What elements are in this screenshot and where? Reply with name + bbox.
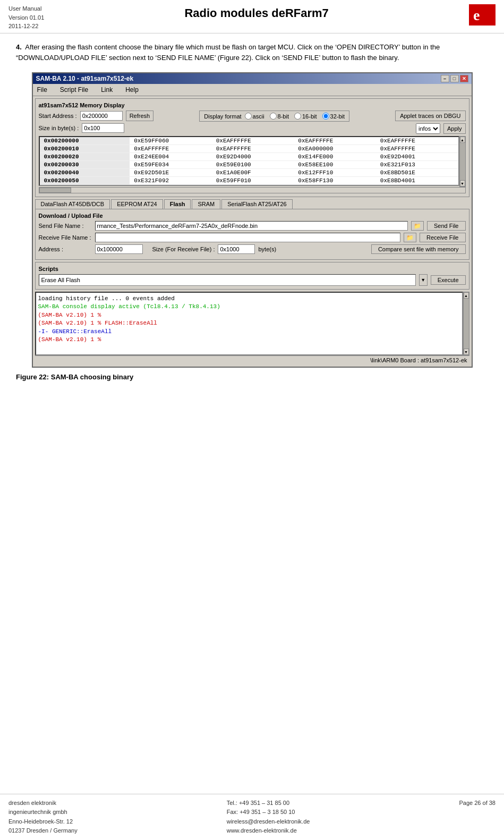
samba-title-bar: SAM-BA 2.10 - at91sam7x512-ek – □ ✕ xyxy=(33,73,472,84)
window-controls[interactable]: – □ ✕ xyxy=(441,75,468,82)
script-input[interactable] xyxy=(39,274,416,286)
mem-col2: 0xE92D4000 xyxy=(212,153,294,161)
tab-dataflash[interactable]: DataFlash AT45DB/DCB xyxy=(35,199,110,209)
tab-serialflash[interactable]: SerialFlash AT25/AT26 xyxy=(221,199,292,209)
vertical-scrollbar[interactable]: ▲ ▼ xyxy=(459,136,466,187)
format-32bit[interactable]: 32-bit xyxy=(322,113,345,120)
memory-controls-top: Start Address : Refresh Size in byte(s) … xyxy=(39,111,466,134)
step-description: After erasing the flash content choose t… xyxy=(16,43,440,62)
memory-display-section: at91sam7x512 Memory Display Start Addres… xyxy=(35,98,469,197)
apply-button[interactable]: Apply xyxy=(443,123,466,134)
meta-line3: 2011-12-22 xyxy=(8,23,38,29)
console-line: -I- GENERIC::EraseAll xyxy=(38,328,460,336)
mem-col4: 0xE92D4001 xyxy=(376,153,458,161)
mem-addr: 0x00200040 xyxy=(40,169,130,177)
format-16bit[interactable]: 16-bit xyxy=(294,113,317,120)
table-row: 0x00200040 0xE92D501E 0xE1A0E00F 0xE12FF… xyxy=(40,169,458,177)
console-line: (SAM-BA v2.10) 1 % xyxy=(38,311,460,319)
mem-col4: 0xE8BD501E xyxy=(376,169,458,177)
maximize-button[interactable]: □ xyxy=(450,75,459,82)
tabs-row: DataFlash AT45DB/DCB EEPROM AT24 Flash S… xyxy=(35,199,469,209)
console-scroll-up[interactable]: ▲ xyxy=(464,292,469,299)
close-button[interactable]: ✕ xyxy=(460,75,468,82)
mem-col4: 0xEAFFFFFE xyxy=(376,145,458,153)
console-scrollbar[interactable]: ▲ ▼ xyxy=(463,292,469,355)
tab-sram[interactable]: SRAM xyxy=(192,199,220,209)
send-file-browse-button[interactable]: 📁 xyxy=(411,221,424,231)
menu-link[interactable]: Link xyxy=(99,85,115,95)
mem-col1: 0xE92D501E xyxy=(130,169,212,177)
table-row: 0x00200020 0xE24EE004 0xE92D4000 0xE14FE… xyxy=(40,153,458,161)
address-input[interactable] xyxy=(95,244,143,254)
mem-col3: 0xEAFFFFFE xyxy=(294,137,376,145)
page-footer: dresden elektronik ingenieurtechnik gmbh… xyxy=(0,794,504,840)
samba-window-title: SAM-BA 2.10 - at91sam7x512-ek xyxy=(36,75,134,82)
send-file-label: Send File Name : xyxy=(39,223,92,229)
size-receive-label: Size (For Receive File) : xyxy=(152,246,215,252)
display-format-box: Display format ascii 8-bit 16-bit 32-bit xyxy=(199,111,349,122)
step-number: 4. xyxy=(16,43,22,51)
console-line: loading history file ... 0 events added xyxy=(38,295,460,303)
page-header: User Manual Version 01.01 2011-12-22 Rad… xyxy=(0,0,504,33)
menu-script-file[interactable]: Script File xyxy=(58,85,90,95)
tab-flash[interactable]: Flash xyxy=(164,199,191,209)
mem-col3: 0xEA000000 xyxy=(294,145,376,153)
compare-button[interactable]: Compare sent file with memory xyxy=(371,244,466,254)
console-scroll-down[interactable]: ▼ xyxy=(464,349,469,355)
size-input[interactable] xyxy=(82,123,124,133)
mem-col2: 0xEAFFFFFE xyxy=(212,137,294,145)
refresh-button[interactable]: Refresh xyxy=(126,111,154,121)
applet-box: Applet traces on DBGU xyxy=(395,111,465,121)
mem-col2: 0xEAFFFFFE xyxy=(212,145,294,153)
receive-file-input[interactable] xyxy=(95,233,400,242)
mem-col1: 0xE24EE004 xyxy=(130,153,212,161)
mem-col1: 0xEAFFFFFE xyxy=(130,145,212,153)
table-row: 0x00200030 0xE59FE034 0xE59E0100 0xE58EE… xyxy=(40,161,458,169)
mem-col3: 0xE58FF130 xyxy=(294,177,376,185)
samba-window: SAM-BA 2.10 - at91sam7x512-ek – □ ✕ File… xyxy=(32,72,473,368)
format-8bit[interactable]: 8-bit xyxy=(270,113,289,120)
receive-file-button[interactable]: Receive File xyxy=(420,233,466,242)
byte-label: byte(s) xyxy=(258,246,276,252)
scroll-thumb[interactable] xyxy=(39,188,71,193)
meta-line2: Version 01.01 xyxy=(8,14,44,21)
svg-text:e: e xyxy=(473,7,480,23)
format-ascii[interactable]: ascii xyxy=(245,113,264,120)
console-line: (SAM-BA v2.10) 1 % FLASH::EraseAll xyxy=(38,319,460,327)
table-row: 0x00200010 0xEAFFFFFE 0xEAFFFFFE 0xEA000… xyxy=(40,145,458,153)
start-address-input[interactable] xyxy=(80,111,123,121)
table-row: 0x00200050 0xE321F092 0xE59FF010 0xE58FF… xyxy=(40,177,458,185)
download-label: Download / Upload File xyxy=(39,213,466,219)
size-receive-input[interactable] xyxy=(218,244,255,254)
menu-bar: File Script File Link Help xyxy=(33,84,472,96)
menu-help[interactable]: Help xyxy=(123,85,141,95)
scroll-track[interactable] xyxy=(460,143,465,180)
start-address-label: Start Address : xyxy=(39,113,77,119)
download-section: Download / Upload File Send File Name : … xyxy=(35,209,469,260)
scroll-up[interactable]: ▲ xyxy=(460,137,465,143)
script-dropdown-arrow[interactable]: ▼ xyxy=(419,274,428,286)
header-meta: User Manual Version 01.01 2011-12-22 xyxy=(8,4,44,31)
format-radio-group: ascii 8-bit 16-bit 32-bit xyxy=(245,113,345,120)
send-file-input[interactable] xyxy=(95,221,408,231)
address-size-row: Address : Size (For Receive File) : byte… xyxy=(39,244,466,254)
applet-controls: infos Apply xyxy=(416,123,466,134)
scripts-section: Scripts ▼ Execute xyxy=(35,262,469,290)
memory-table-container: 0x00200000 0xE59FF060 0xEAFFFFFE 0xEAFFF… xyxy=(39,136,459,186)
receive-file-browse-button[interactable]: 📁 xyxy=(404,233,416,242)
format-section: Display format ascii 8-bit 16-bit 32-bit xyxy=(199,111,349,122)
tab-eeprom[interactable]: EEPROM AT24 xyxy=(111,199,163,209)
memory-controls-left: Start Address : Refresh Size in byte(s) … xyxy=(39,111,154,133)
execute-button[interactable]: Execute xyxy=(431,275,466,285)
footer-col2: Tel.: +49 351 – 31 85 00 Fax: +49 351 – … xyxy=(227,799,310,836)
applet-dropdown[interactable]: infos xyxy=(416,123,440,134)
send-file-button[interactable]: Send File xyxy=(427,221,465,231)
menu-file[interactable]: File xyxy=(35,85,49,95)
minimize-button[interactable]: – xyxy=(441,75,449,82)
horizontal-scrollbar[interactable] xyxy=(39,187,466,193)
meta-line1: User Manual xyxy=(8,5,41,12)
scroll-down[interactable]: ▼ xyxy=(460,180,465,186)
display-format-label: Display format xyxy=(204,113,241,120)
console-scroll-track[interactable] xyxy=(464,299,469,349)
status-text: \link\ARM0 Board : at91sam7x512-ek xyxy=(370,357,467,363)
